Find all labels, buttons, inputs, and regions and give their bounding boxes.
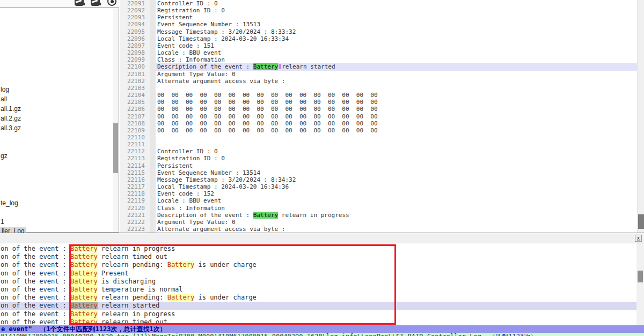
fold-margin xyxy=(150,197,156,204)
line-number: 22117 xyxy=(120,183,150,190)
line-text: Event Sequence Number : 13514 xyxy=(156,169,637,176)
editor-line[interactable]: 22114Persistent xyxy=(120,162,637,169)
editor-line[interactable]: 22121Description of the event : Battery … xyxy=(120,212,637,219)
line-number: 22110 xyxy=(120,134,150,141)
editor-line[interactable]: 22095Message Timestamp : 3/20/2024 ; 8:3… xyxy=(120,28,637,35)
close-icon: x xyxy=(637,235,640,241)
editor-line[interactable]: 22100Description of the event : Batteryr… xyxy=(120,63,637,70)
export-log-icon[interactable] xyxy=(75,0,84,6)
line-number: 22119 xyxy=(120,197,150,204)
editor-line[interactable]: 2210600 00 00 00 00 00 00 00 00 00 00 00… xyxy=(120,106,637,113)
line-text xyxy=(156,141,637,148)
editor-line[interactable]: 22117Local Timestamp : 2024-03-20 16:34:… xyxy=(120,183,637,190)
editor-line[interactable]: 22120Class : Information xyxy=(120,205,637,212)
search-result-row[interactable]: on of the event : Battery Present xyxy=(0,270,636,278)
editor-line[interactable]: 2210800 00 00 00 00 00 00 00 00 00 00 00… xyxy=(120,120,637,127)
line-number: 22103 xyxy=(120,85,150,92)
editor-scrollbar[interactable] xyxy=(637,0,644,233)
fold-margin xyxy=(150,21,156,28)
line-text: 00 00 00 00 00 00 00 00 00 00 00 00 00 0… xyxy=(156,113,637,120)
match-highlight: Battery xyxy=(70,245,98,252)
line-text: Message Timestamp : 3/20/2024 ; 8:33:32 xyxy=(156,28,637,35)
fold-margin xyxy=(150,56,156,63)
line-text xyxy=(156,134,637,141)
sidebar-item[interactable]: 1 xyxy=(1,218,4,226)
editor-line[interactable]: 22102Alternate argument access via byte … xyxy=(120,78,637,85)
line-number: 22091 xyxy=(120,0,150,7)
results-scrollbar[interactable] xyxy=(636,243,644,325)
export-log-icon[interactable] xyxy=(91,0,100,6)
fold-margin xyxy=(150,120,156,127)
editor-line[interactable]: 2210500 00 00 00 00 00 00 00 00 00 00 00… xyxy=(120,99,637,106)
editor-line[interactable]: 22111 xyxy=(120,141,637,148)
fold-margin xyxy=(150,42,156,49)
editor-line[interactable]: 22110 xyxy=(120,134,637,141)
line-number: 22116 xyxy=(120,176,150,183)
editor-line[interactable]: 22092Registration ID : 0 xyxy=(120,7,637,14)
sidebar-item[interactable]: log xyxy=(1,86,9,94)
editor-line[interactable]: 22113Registration ID : 0 xyxy=(120,155,637,162)
editor-line[interactable]: 22123Alternate argument access via byte … xyxy=(120,226,637,233)
close-results-button[interactable]: x xyxy=(635,235,642,242)
line-text: Class : Information xyxy=(156,56,637,63)
match-highlight: Battery xyxy=(167,294,195,301)
editor-line[interactable]: 2210700 00 00 00 00 00 00 00 00 00 00 00… xyxy=(120,113,637,120)
target-icon-glyph xyxy=(107,0,116,6)
editor-line[interactable]: 22091Controller ID : 0 xyxy=(120,0,637,7)
file-tree-scrollbar[interactable] xyxy=(113,8,119,232)
line-text: Locale : BBU event xyxy=(156,49,637,56)
editor-line[interactable]: 22094Event Sequence Number : 13513 xyxy=(120,21,637,28)
match-highlight: Battery xyxy=(70,318,98,326)
search-result-row[interactable]: on of the event : Battery temperature is… xyxy=(0,286,636,294)
result-row-prefix: on of the event : xyxy=(1,286,70,293)
editor-line[interactable]: 22096Local Timestamp : 2024-03-20 16:33:… xyxy=(120,35,637,42)
search-result-row[interactable]: on of the event : Battery is discharging xyxy=(0,278,636,286)
search-result-row[interactable]: on of the event : Battery relearn pendin… xyxy=(0,261,636,269)
line-text: Event Sequence Number : 13513 xyxy=(156,21,637,28)
file-tree-scrollbar-thumb[interactable] xyxy=(113,123,118,173)
line-text: Persistent xyxy=(156,14,637,21)
line-number: 22092 xyxy=(120,7,150,14)
editor-line[interactable]: 2210400 00 00 00 00 00 00 00 00 00 00 00… xyxy=(120,92,637,99)
fold-margin xyxy=(150,14,156,21)
fold-margin xyxy=(150,148,156,155)
sidebar-item[interactable]: all.1.gz xyxy=(1,105,21,113)
search-result-row[interactable]: on of the event : Battery relearn in pro… xyxy=(0,245,636,253)
line-number: 22120 xyxy=(120,205,150,212)
editor-line[interactable]: 22097Event code : 151 xyxy=(120,42,637,49)
fold-margin xyxy=(150,162,156,169)
sidebar-item[interactable]: gz xyxy=(1,152,8,160)
sidebar-item[interactable]: te_log xyxy=(1,199,18,207)
sidebar-item[interactable]: all.2.gz xyxy=(1,115,21,123)
editor-line[interactable]: 22116Message Timestamp : 3/20/2024 ; 8:3… xyxy=(120,176,637,183)
fold-margin xyxy=(150,99,156,106)
line-text: Event code : 151 xyxy=(156,42,637,49)
export-log-icon-tail xyxy=(98,3,101,5)
editor-lines: 22091Controller ID : 022092Registration … xyxy=(120,0,637,233)
search-result-row[interactable]: on of the event : Battery relearn in pro… xyxy=(0,310,636,318)
editor-line[interactable]: 22112Controller ID : 0 xyxy=(120,148,637,155)
locate-target-icon[interactable] xyxy=(107,0,116,6)
editor-line[interactable]: 2210900 00 00 00 00 00 00 00 00 00 00 00… xyxy=(120,127,637,134)
log-editor[interactable]: 22091Controller ID : 022092Registration … xyxy=(120,0,644,233)
search-result-row[interactable]: on of the event : Battery relearn pendin… xyxy=(0,294,636,302)
editor-line[interactable]: 22118Event code : 152 xyxy=(120,190,637,197)
editor-line[interactable]: 22098Locale : BBU event xyxy=(120,49,637,56)
editor-line[interactable]: 22103 xyxy=(120,85,637,92)
results-scrollbar-thumb[interactable] xyxy=(638,271,643,282)
editor-scrollbar-thumb[interactable] xyxy=(638,214,644,229)
sidebar-item[interactable]: all.3.gz xyxy=(1,124,21,132)
sidebar-item[interactable]: all xyxy=(1,95,7,103)
editor-line[interactable]: 22093Persistent xyxy=(120,14,637,21)
result-row-prefix: on of the event : xyxy=(1,302,70,309)
search-result-row[interactable]: on of the event : Battery relearn timed … xyxy=(0,253,636,261)
editor-line[interactable]: 22101Argument Type Value: 0 xyxy=(120,71,637,78)
line-text: Registration ID : 0 xyxy=(156,7,637,14)
line-number: 22121 xyxy=(120,212,150,219)
editor-line[interactable]: 22119Locale : BBU event xyxy=(120,197,637,204)
editor-line[interactable]: 22115Event Sequence Number : 13514 xyxy=(120,169,637,176)
editor-line[interactable]: 22099Class : Information xyxy=(120,56,637,63)
editor-line[interactable]: 22122Argument Type Value: 0 xyxy=(120,219,637,226)
matched-file-path-bar: 01410M617000015-00040290-1620.tar (11)\M… xyxy=(0,333,644,336)
search-result-row[interactable]: on of the event : Battery relearn starte… xyxy=(0,302,636,310)
